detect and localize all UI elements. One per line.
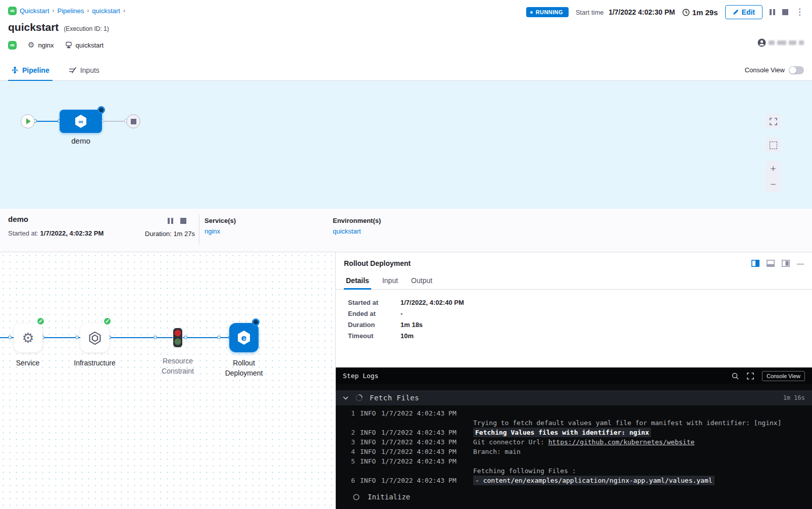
zoom-controls: + − (766, 161, 781, 192)
log-line: 6INFO1/7/2022 4:02:43 PM- content/en/exa… (347, 476, 812, 485)
log-line: Trying to fetch default values yaml file… (347, 418, 812, 428)
console-view-control: Console View (745, 60, 804, 80)
log-section-fetch-files[interactable]: Fetch Files 1m 16s (336, 390, 812, 405)
step-node-rollout-deployment[interactable]: e (229, 323, 259, 352)
redacted-username (799, 40, 804, 45)
zoom-out-button[interactable]: − (766, 176, 781, 192)
edge-start-to-stage (35, 121, 60, 122)
chevron-down-icon (343, 396, 348, 400)
log-section-initialize[interactable]: Initialize (353, 490, 812, 503)
stage-abort-button[interactable] (180, 218, 186, 224)
layout-horizontal-split-button[interactable] (767, 260, 775, 267)
stage-started: Started at: 1/7/2022, 4:02:32 PM (8, 229, 804, 237)
detail-row: Timeout 10m (348, 332, 812, 340)
log-line: 2INFO1/7/2022 4:02:43 PMFetching Values … (347, 428, 812, 437)
section-name: Initialize (368, 493, 410, 501)
service-tag[interactable]: ⚙ nginx (28, 40, 54, 50)
edge-stage-to-end (102, 121, 126, 122)
breadcrumb-pipelines[interactable]: Pipelines (58, 7, 84, 15)
rollout-deployment-icon: e (235, 329, 252, 346)
end-stop-icon (131, 119, 136, 124)
log-link[interactable]: https://github.com/kubernetes/website (548, 438, 695, 446)
panel-layout-controls: — (751, 259, 804, 267)
step-node-infrastructure[interactable] (80, 323, 109, 352)
zoom-in-button[interactable]: + (766, 161, 781, 176)
tab-inputs[interactable]: Inputs (66, 60, 103, 80)
execution-controls: RUNNING Start time 1/7/2022 4:02:30 PM 1… (526, 5, 804, 19)
horizontal-split-icon (767, 260, 775, 267)
logs-search-button[interactable] (732, 373, 739, 380)
tab-details[interactable]: Details (346, 276, 369, 289)
service-link[interactable]: nginx (205, 227, 236, 235)
redacted-username (777, 40, 786, 45)
success-check-icon: ✓ (103, 317, 112, 326)
step-node-service[interactable]: ⚙ (14, 323, 42, 352)
stage-node-demo[interactable]: ∞ (60, 110, 102, 133)
breadcrumb-quickstart[interactable]: Quickstart (20, 7, 49, 15)
pause-execution-button[interactable] (770, 9, 775, 15)
section-duration: 1m 16s (783, 394, 805, 401)
stage-duration: Duration: 1m 27s (145, 230, 195, 238)
vertical-split-icon (751, 260, 759, 267)
loading-spinner-icon (356, 394, 363, 401)
user-info (757, 38, 804, 47)
environments-column: Environment(s) quickstart (333, 217, 381, 235)
tab-output[interactable]: Output (411, 276, 432, 289)
more-options-button[interactable]: ⋮ (795, 9, 804, 15)
step-label-rollout-deployment: Rollout Deployment (218, 358, 270, 378)
step-label-resource-constraint: Resource Constraint (153, 356, 203, 376)
meta-row: ∞ ⚙ nginx quickstart (8, 40, 804, 50)
right-panel-icon (782, 260, 790, 267)
breadcrumb-separator: › (87, 7, 89, 14)
step-node-resource-constraint[interactable] (172, 328, 183, 348)
stage-pause-button[interactable] (168, 218, 173, 224)
layout-vertical-split-button[interactable] (751, 260, 759, 267)
search-icon (732, 373, 739, 380)
edit-button[interactable]: Edit (725, 5, 763, 19)
edge (109, 337, 173, 338)
panel-title: Rollout Deployment (344, 259, 751, 267)
environment-link[interactable]: quickstart (333, 227, 381, 235)
breadcrumb-separator: › (123, 7, 125, 14)
tab-input[interactable]: Input (382, 276, 398, 289)
execution-area: ⚙ ✓ Service ✓ Infrastructure (0, 252, 812, 509)
connector-dot (8, 336, 12, 339)
step-graph-canvas[interactable]: ⚙ ✓ Service ✓ Infrastructure (0, 252, 335, 509)
running-spinner-icon (252, 318, 260, 326)
canvas-fit-selection-button[interactable] (766, 137, 781, 153)
log-line: 4INFO1/7/2022 4:02:43 PMBranch: main (347, 447, 812, 456)
svg-text:∞: ∞ (78, 118, 83, 125)
breadcrumb-separator: › (53, 7, 55, 14)
tab-pipeline[interactable]: Pipeline (8, 60, 53, 80)
detail-row: Started at 1/7/2022, 4:02:40 PM (348, 299, 812, 306)
layout-right-panel-button[interactable] (782, 260, 790, 267)
logs-console-view-button[interactable]: Console View (762, 371, 805, 381)
step-details: Started at 1/7/2022, 4:02:40 PM Ended at… (336, 290, 812, 367)
environment-tag[interactable]: quickstart (65, 41, 104, 49)
abort-execution-button[interactable] (782, 9, 788, 15)
divider (199, 215, 199, 245)
detail-row: Ended at - (348, 310, 812, 317)
log-line: 5INFO1/7/2022 4:02:43 PM (347, 456, 812, 466)
logs-fullscreen-button[interactable] (747, 373, 754, 380)
panel-minimize-button[interactable]: — (797, 259, 804, 267)
pipeline-canvas[interactable]: ∞ demo + − (0, 81, 812, 209)
elapsed-time: 1m 29s (682, 8, 718, 17)
breadcrumb-pipeline-name[interactable]: quickstart (92, 7, 120, 15)
log-line: 3INFO1/7/2022 4:02:43 PMGit connector Ur… (347, 437, 812, 447)
console-view-label: Console View (745, 66, 785, 74)
pencil-icon (733, 9, 739, 15)
cd-module-icon: ∞ (8, 7, 17, 15)
pause-icon (770, 9, 775, 15)
pipeline-start-node[interactable] (21, 114, 35, 128)
view-tabbar: Pipeline Inputs Console View (0, 60, 812, 81)
running-spinner-icon (97, 106, 105, 114)
pipeline-end-node[interactable] (126, 114, 140, 128)
selection-box-icon (770, 142, 777, 149)
stage-name: demo (8, 215, 804, 223)
console-view-toggle[interactable] (789, 66, 804, 74)
canvas-fullscreen-button[interactable] (766, 114, 781, 129)
log-line: Fetching following Files : (347, 466, 812, 476)
redacted-username (789, 40, 796, 45)
step-label-service: Service (6, 358, 49, 368)
